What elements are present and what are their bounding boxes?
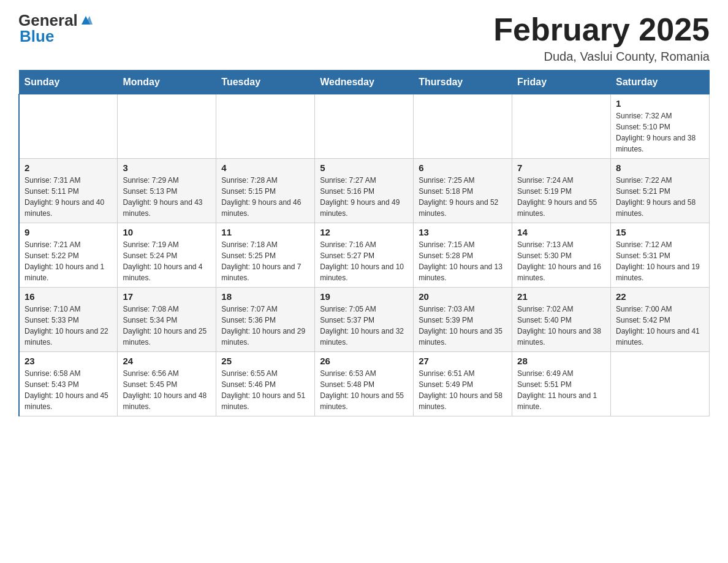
day-number: 1 [616,98,704,109]
calendar-cell: 19Sunrise: 7:05 AM Sunset: 5:37 PM Dayli… [315,288,414,352]
day-number: 12 [320,227,408,237]
calendar-week-row: 1Sunrise: 7:32 AM Sunset: 5:10 PM Daylig… [19,94,710,159]
logo: General Blue [18,12,93,44]
logo-blue-text: Blue [20,27,54,45]
day-number: 26 [320,356,408,366]
month-title: February 2025 [493,12,710,47]
day-info: Sunrise: 7:16 AM Sunset: 5:27 PM Dayligh… [320,239,408,283]
calendar-cell: 6Sunrise: 7:25 AM Sunset: 5:18 PM Daylig… [414,159,512,223]
day-number: 5 [320,163,408,173]
calendar-cell [315,94,414,159]
day-number: 23 [25,356,112,366]
day-number: 27 [419,356,507,366]
day-info: Sunrise: 7:18 AM Sunset: 5:25 PM Dayligh… [221,239,309,283]
day-number: 21 [517,291,605,302]
weekday-header-sunday: Sunday [19,71,118,94]
calendar-cell: 5Sunrise: 7:27 AM Sunset: 5:16 PM Daylig… [315,159,414,223]
day-number: 2 [25,163,112,173]
day-info: Sunrise: 7:10 AM Sunset: 5:33 PM Dayligh… [25,304,112,348]
day-number: 11 [221,227,309,237]
calendar-cell: 14Sunrise: 7:13 AM Sunset: 5:30 PM Dayli… [512,223,611,288]
calendar-cell: 12Sunrise: 7:16 AM Sunset: 5:27 PM Dayli… [315,223,414,288]
calendar-cell: 11Sunrise: 7:18 AM Sunset: 5:25 PM Dayli… [216,223,315,288]
calendar-cell: 15Sunrise: 7:12 AM Sunset: 5:31 PM Dayli… [611,223,710,288]
day-number: 20 [419,291,507,302]
logo-general-text: General [18,12,78,28]
day-number: 18 [221,291,309,302]
calendar-week-row: 16Sunrise: 7:10 AM Sunset: 5:33 PM Dayli… [19,288,710,352]
calendar-cell [512,94,611,159]
day-info: Sunrise: 7:25 AM Sunset: 5:18 PM Dayligh… [419,175,507,219]
day-info: Sunrise: 6:49 AM Sunset: 5:51 PM Dayligh… [517,368,605,412]
day-number: 7 [517,163,605,173]
day-info: Sunrise: 7:00 AM Sunset: 5:42 PM Dayligh… [616,304,704,348]
day-info: Sunrise: 7:12 AM Sunset: 5:31 PM Dayligh… [616,239,704,283]
day-info: Sunrise: 7:03 AM Sunset: 5:39 PM Dayligh… [419,304,507,348]
weekday-header-friday: Friday [512,71,611,94]
calendar-cell: 18Sunrise: 7:07 AM Sunset: 5:36 PM Dayli… [216,288,315,352]
day-number: 4 [221,163,309,173]
weekday-header-monday: Monday [118,71,216,94]
title-block: February 2025 Duda, Vaslui County, Roman… [493,12,710,64]
day-info: Sunrise: 6:53 AM Sunset: 5:48 PM Dayligh… [320,368,408,412]
weekday-header-saturday: Saturday [611,71,710,94]
calendar-cell: 28Sunrise: 6:49 AM Sunset: 5:51 PM Dayli… [512,352,611,416]
day-number: 3 [123,163,211,173]
calendar-week-row: 9Sunrise: 7:21 AM Sunset: 5:22 PM Daylig… [19,223,710,288]
calendar-cell: 20Sunrise: 7:03 AM Sunset: 5:39 PM Dayli… [414,288,512,352]
calendar-cell: 16Sunrise: 7:10 AM Sunset: 5:33 PM Dayli… [19,288,118,352]
day-info: Sunrise: 7:02 AM Sunset: 5:40 PM Dayligh… [517,304,605,348]
day-info: Sunrise: 7:22 AM Sunset: 5:21 PM Dayligh… [616,175,704,219]
day-info: Sunrise: 7:28 AM Sunset: 5:15 PM Dayligh… [221,175,309,219]
day-number: 10 [123,227,211,237]
day-number: 17 [123,291,211,302]
day-number: 6 [419,163,507,173]
calendar-cell: 21Sunrise: 7:02 AM Sunset: 5:40 PM Dayli… [512,288,611,352]
calendar-cell: 4Sunrise: 7:28 AM Sunset: 5:15 PM Daylig… [216,159,315,223]
calendar-cell [118,94,216,159]
calendar-cell: 22Sunrise: 7:00 AM Sunset: 5:42 PM Dayli… [611,288,710,352]
day-info: Sunrise: 7:29 AM Sunset: 5:13 PM Dayligh… [123,175,211,219]
calendar-cell: 8Sunrise: 7:22 AM Sunset: 5:21 PM Daylig… [611,159,710,223]
day-number: 16 [25,291,112,302]
day-info: Sunrise: 7:15 AM Sunset: 5:28 PM Dayligh… [419,239,507,283]
day-info: Sunrise: 7:27 AM Sunset: 5:16 PM Dayligh… [320,175,408,219]
page-header: General Blue February 2025 Duda, Vaslui … [18,12,710,64]
calendar-cell: 10Sunrise: 7:19 AM Sunset: 5:24 PM Dayli… [118,223,216,288]
day-number: 14 [517,227,605,237]
calendar-cell [611,352,710,416]
weekday-header-wednesday: Wednesday [315,71,414,94]
day-info: Sunrise: 6:51 AM Sunset: 5:49 PM Dayligh… [419,368,507,412]
day-info: Sunrise: 7:05 AM Sunset: 5:37 PM Dayligh… [320,304,408,348]
day-info: Sunrise: 7:32 AM Sunset: 5:10 PM Dayligh… [616,110,704,155]
calendar-cell: 13Sunrise: 7:15 AM Sunset: 5:28 PM Dayli… [414,223,512,288]
calendar-table: SundayMondayTuesdayWednesdayThursdayFrid… [18,70,710,416]
day-number: 13 [419,227,507,237]
day-info: Sunrise: 7:19 AM Sunset: 5:24 PM Dayligh… [123,239,211,283]
calendar-cell: 24Sunrise: 6:56 AM Sunset: 5:45 PM Dayli… [118,352,216,416]
day-number: 28 [517,356,605,366]
calendar-cell: 9Sunrise: 7:21 AM Sunset: 5:22 PM Daylig… [19,223,118,288]
day-number: 15 [616,227,704,237]
calendar-header-row: SundayMondayTuesdayWednesdayThursdayFrid… [19,71,710,94]
calendar-cell: 3Sunrise: 7:29 AM Sunset: 5:13 PM Daylig… [118,159,216,223]
calendar-cell [19,94,118,159]
day-info: Sunrise: 6:58 AM Sunset: 5:43 PM Dayligh… [25,368,112,412]
calendar-cell: 26Sunrise: 6:53 AM Sunset: 5:48 PM Dayli… [315,352,414,416]
day-info: Sunrise: 6:56 AM Sunset: 5:45 PM Dayligh… [123,368,211,412]
calendar-cell: 2Sunrise: 7:31 AM Sunset: 5:11 PM Daylig… [19,159,118,223]
day-info: Sunrise: 7:13 AM Sunset: 5:30 PM Dayligh… [517,239,605,283]
day-number: 22 [616,291,704,302]
day-info: Sunrise: 6:55 AM Sunset: 5:46 PM Dayligh… [221,368,309,412]
calendar-cell: 27Sunrise: 6:51 AM Sunset: 5:49 PM Dayli… [414,352,512,416]
calendar-cell: 17Sunrise: 7:08 AM Sunset: 5:34 PM Dayli… [118,288,216,352]
calendar-cell: 1Sunrise: 7:32 AM Sunset: 5:10 PM Daylig… [611,94,710,159]
calendar-cell: 23Sunrise: 6:58 AM Sunset: 5:43 PM Dayli… [19,352,118,416]
weekday-header-thursday: Thursday [414,71,512,94]
day-info: Sunrise: 7:24 AM Sunset: 5:19 PM Dayligh… [517,175,605,219]
calendar-week-row: 2Sunrise: 7:31 AM Sunset: 5:11 PM Daylig… [19,159,710,223]
calendar-cell [414,94,512,159]
day-info: Sunrise: 7:08 AM Sunset: 5:34 PM Dayligh… [123,304,211,348]
calendar-cell: 25Sunrise: 6:55 AM Sunset: 5:46 PM Dayli… [216,352,315,416]
day-number: 19 [320,291,408,302]
